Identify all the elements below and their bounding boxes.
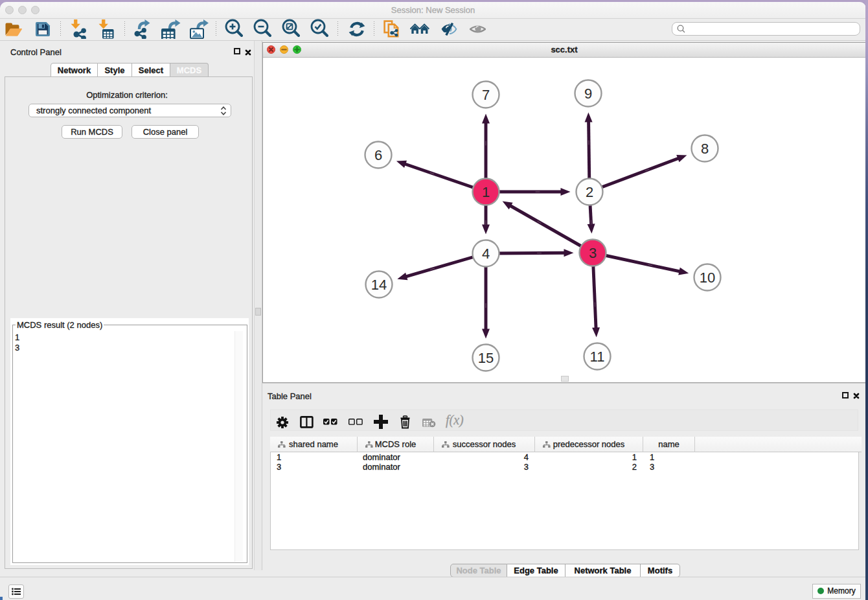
svg-text:3: 3: [589, 245, 597, 261]
svg-text:14: 14: [371, 277, 387, 293]
svg-text:15: 15: [478, 350, 494, 366]
svg-text:2: 2: [586, 184, 593, 200]
svg-text:11: 11: [590, 349, 605, 365]
svg-text:9: 9: [584, 86, 592, 102]
svg-text:4: 4: [482, 246, 490, 262]
svg-text:10: 10: [700, 270, 715, 286]
svg-text:8: 8: [701, 141, 709, 157]
svg-text:1: 1: [482, 184, 490, 200]
svg-text:7: 7: [482, 87, 490, 103]
svg-text:6: 6: [374, 147, 382, 163]
